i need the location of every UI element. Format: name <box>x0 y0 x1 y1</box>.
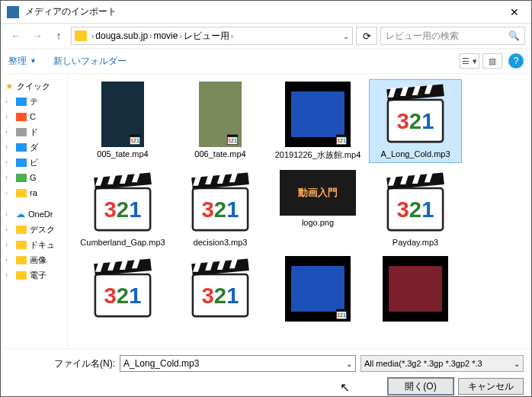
view-menu[interactable]: ☰ ▾ <box>460 53 479 69</box>
filename-value: A_Long_Cold.mp3 <box>123 358 199 369</box>
folder-icon <box>16 174 27 182</box>
nav-back[interactable]: ← <box>7 27 25 45</box>
separator-icon: › <box>179 32 181 40</box>
file-item[interactable]: 動画入門logo.png <box>272 168 364 248</box>
refresh-button[interactable]: ⟳ <box>356 27 377 45</box>
media-icon: 321 <box>127 133 143 146</box>
crumb-3[interactable]: レビュー用 <box>184 30 229 43</box>
sidebar-label: ビ <box>30 157 67 168</box>
organize-label: 整理 <box>8 55 27 68</box>
onedrive[interactable]: › ☁ OneDr <box>1 207 67 222</box>
chevron-right-icon: › <box>5 158 13 166</box>
chevron-right-icon: › <box>5 241 13 248</box>
sidebar-label: ド <box>30 126 67 138</box>
svg-text:321: 321 <box>130 138 139 143</box>
folder-icon <box>16 143 27 152</box>
search-input[interactable]: レビュー用の検索 🔍 <box>380 27 525 45</box>
sidebar-item[interactable]: ›C <box>1 109 67 124</box>
sidebar-item[interactable]: ›ra <box>1 185 67 200</box>
sidebar-item[interactable]: ›ダ <box>1 139 67 155</box>
chevron-down-icon[interactable]: ⌄ <box>346 360 352 368</box>
file-item[interactable] <box>370 255 461 325</box>
sidebar-label: 画像 <box>30 255 67 266</box>
file-label: Cumberland_Gap.mp3 <box>79 238 167 247</box>
sidebar-item[interactable]: ›テ <box>1 94 67 109</box>
file-item[interactable]: 32120191226_水族館.mp4 <box>272 80 364 162</box>
thumbnail: 321 <box>285 82 351 147</box>
filetype-select[interactable]: All media(*.3g2 *.3gp *.3gp2 *.3 ⌄ <box>361 355 524 372</box>
sidebar-item[interactable]: ›電子 <box>1 267 67 283</box>
svg-text:321: 321 <box>104 197 142 222</box>
file-item[interactable]: 321decision3.mp3 <box>175 168 266 248</box>
crumb-2[interactable]: movie <box>153 30 178 41</box>
file-item[interactable]: 321006_tate.mp4 <box>175 80 266 162</box>
file-list[interactable]: 321005_tate.mp4321006_tate.mp43212019122… <box>68 74 531 348</box>
breadcrumb[interactable]: › douga.sub.jp › movie › レビュー用 › ⌄ <box>71 27 353 45</box>
preview-pane-button[interactable]: ▥ <box>482 53 502 69</box>
file-item[interactable]: 321 <box>272 255 364 325</box>
organize-menu[interactable]: 整理 ▼ <box>8 55 37 68</box>
sidebar-item[interactable]: ›G <box>1 170 67 185</box>
sidebar: ★ クイック ›テ›C›ド›ダ›ビ›G›ra › ☁ OneDr ›デスク›ドキ… <box>1 74 68 348</box>
media-icon: 321 <box>187 256 253 322</box>
sidebar-item[interactable]: ›画像 <box>1 252 67 267</box>
file-item[interactable]: 321 <box>77 255 168 325</box>
svg-text:321: 321 <box>202 197 239 222</box>
sidebar-item[interactable]: ›ビ <box>1 155 67 170</box>
file-item[interactable]: 321 <box>175 255 266 325</box>
filetype-value: All media(*.3g2 *.3gp *.3gp2 *.3 <box>364 359 482 368</box>
folder-icon <box>16 113 27 121</box>
media-icon: 321 <box>334 308 349 320</box>
sidebar-item[interactable]: ›ド <box>1 124 67 139</box>
media-icon: 321 <box>225 133 240 146</box>
folder-icon <box>16 98 27 106</box>
crumb-1[interactable]: douga.sub.jp <box>95 30 148 41</box>
chevron-down-icon: ▼ <box>30 57 37 65</box>
filename-input[interactable]: A_Long_Cold.mp3 ⌄ <box>120 355 356 372</box>
open-button[interactable]: 開く(O) <box>388 378 453 395</box>
chevron-right-icon: › <box>5 189 13 197</box>
chevron-right-icon: › <box>5 210 13 218</box>
chevron-down-icon: ⌄ <box>514 360 520 368</box>
svg-text:321: 321 <box>202 283 239 308</box>
nav-up[interactable]: ↑ <box>50 27 68 45</box>
folder-icon <box>16 256 27 264</box>
chevron-down-icon[interactable]: ⌄ <box>343 32 349 40</box>
chevron-right-icon: › <box>5 174 13 181</box>
search-icon[interactable]: 🔍 <box>508 30 520 41</box>
file-item[interactable]: 321A_Long_Cold.mp3 <box>370 80 461 162</box>
sidebar-label: ra <box>30 188 67 197</box>
file-item[interactable]: 321Payday.mp3 <box>370 168 461 248</box>
folder-icon <box>16 241 27 249</box>
sidebar-label: 電子 <box>30 270 67 281</box>
quick-access[interactable]: ★ クイック <box>1 78 67 94</box>
sidebar-label: C <box>30 112 67 121</box>
chevron-right-icon: › <box>5 128 13 136</box>
sidebar-item[interactable]: ›デスク <box>1 222 67 237</box>
file-label: Payday.mp3 <box>371 238 460 247</box>
thumbnail: 動画入門 <box>280 170 356 216</box>
chevron-right-icon: › <box>5 256 13 264</box>
file-label: 20191226_水族館.mp4 <box>274 149 362 161</box>
svg-rect-4 <box>227 135 238 137</box>
close-button[interactable]: ✕ <box>504 6 525 18</box>
window-title: メディアのインポート <box>25 5 504 18</box>
media-icon: 321 <box>383 82 448 147</box>
folder-icon <box>16 128 27 136</box>
media-icon: 321 <box>334 133 349 146</box>
sidebar-label: デスク <box>30 224 67 235</box>
star-icon: ★ <box>5 81 14 91</box>
separator-icon: › <box>231 32 233 40</box>
media-icon: 321 <box>187 170 253 235</box>
sidebar-label: テ <box>30 96 67 107</box>
file-item[interactable]: 321005_tate.mp4 <box>77 80 168 162</box>
help-button[interactable]: ? <box>508 53 524 69</box>
filename-label: ファイル名(N): <box>54 357 115 370</box>
titlebar: メディアのインポート ✕ <box>1 1 531 24</box>
file-item[interactable]: 321Cumberland_Gap.mp3 <box>77 168 168 248</box>
cancel-button[interactable]: キャンセル <box>458 378 524 395</box>
svg-text:321: 321 <box>104 283 142 308</box>
sidebar-label: ドキュ <box>30 239 67 251</box>
sidebar-item[interactable]: ›ドキュ <box>1 237 67 252</box>
new-folder-button[interactable]: 新しいフォルダー <box>53 55 127 68</box>
